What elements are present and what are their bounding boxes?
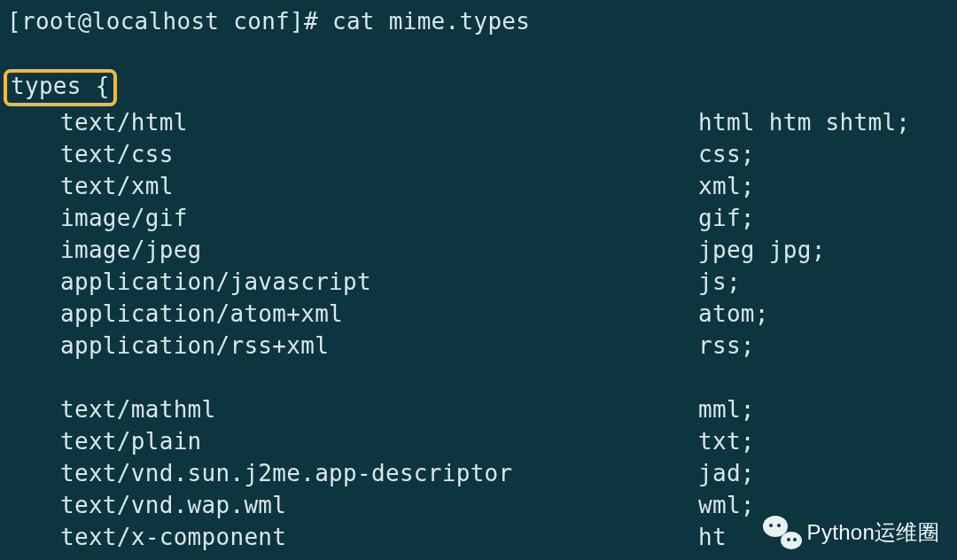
mime-row: text/css css; <box>7 138 950 170</box>
indent <box>7 266 60 298</box>
mime-exts: gif; <box>698 202 755 234</box>
mime-row: text/plain txt; <box>7 425 950 457</box>
types-open-line: types { <box>7 69 950 106</box>
mime-row: image/gif gif; <box>7 202 950 234</box>
mime-type: image/gif <box>60 202 698 234</box>
mime-row: application/rss+xml rss; <box>7 330 950 362</box>
mime-exts: jad; <box>698 457 755 489</box>
indent <box>7 298 60 330</box>
mime-type: application/rss+xml <box>60 330 698 362</box>
mime-type: text/plain <box>60 425 698 457</box>
indent <box>7 521 60 553</box>
indent <box>7 457 60 489</box>
watermark-text: Python运维圈 <box>807 518 939 547</box>
mime-row: application/javascript js; <box>7 266 950 298</box>
mime-type: text/vnd.wap.wml <box>60 489 698 521</box>
mime-exts: mml; <box>698 393 755 425</box>
mime-exts: css; <box>698 138 755 170</box>
mime-exts: txt; <box>698 425 755 457</box>
mime-type: text/x-component <box>60 521 698 553</box>
mime-type: application/javascript <box>60 266 698 298</box>
mime-type: text/mathml <box>60 393 698 425</box>
terminal-window[interactable]: [root@localhost conf]# cat mime.types ty… <box>0 0 957 560</box>
mime-type: application/atom+xml <box>60 298 698 330</box>
blank-line <box>7 362 950 393</box>
shell-prompt-line: [root@localhost conf]# cat mime.types <box>7 5 950 37</box>
indent <box>7 234 60 266</box>
indent <box>7 489 60 521</box>
watermark: Python运维圈 <box>763 516 939 549</box>
indent <box>7 138 60 170</box>
indent <box>7 202 60 234</box>
mime-exts: ht <box>698 521 727 553</box>
mime-exts: xml; <box>698 170 755 202</box>
mime-row: application/atom+xml atom; <box>7 298 950 330</box>
blank-line <box>7 37 950 69</box>
indent <box>7 393 60 425</box>
indent <box>7 330 60 362</box>
mime-row: text/xml xml; <box>7 170 950 202</box>
indent <box>7 106 60 138</box>
mime-row: image/jpeg jpeg jpg; <box>7 234 950 266</box>
mime-exts: rss; <box>698 330 755 362</box>
mime-type: text/xml <box>60 170 698 202</box>
mime-type: text/vnd.sun.j2me.app-descriptor <box>60 457 698 489</box>
mime-exts: jpeg jpg; <box>698 234 826 266</box>
indent <box>7 425 60 457</box>
mime-exts: js; <box>698 266 741 298</box>
wechat-icon <box>763 516 802 549</box>
mime-exts: wml; <box>698 489 755 521</box>
mime-exts: html htm shtml; <box>698 106 910 138</box>
mime-row: text/mathml mml; <box>7 393 950 425</box>
mime-type: text/html <box>60 106 698 138</box>
mime-exts: atom; <box>698 298 769 330</box>
mime-type: image/jpeg <box>60 234 698 266</box>
indent <box>7 170 60 202</box>
mime-row: text/html html htm shtml; <box>7 106 950 138</box>
mime-row: text/vnd.sun.j2me.app-descriptor jad; <box>7 457 950 489</box>
shell-prompt: [root@localhost conf]# cat mime.types <box>7 5 530 37</box>
mime-type: text/css <box>60 138 698 170</box>
types-keyword-highlight: types { <box>4 69 117 106</box>
